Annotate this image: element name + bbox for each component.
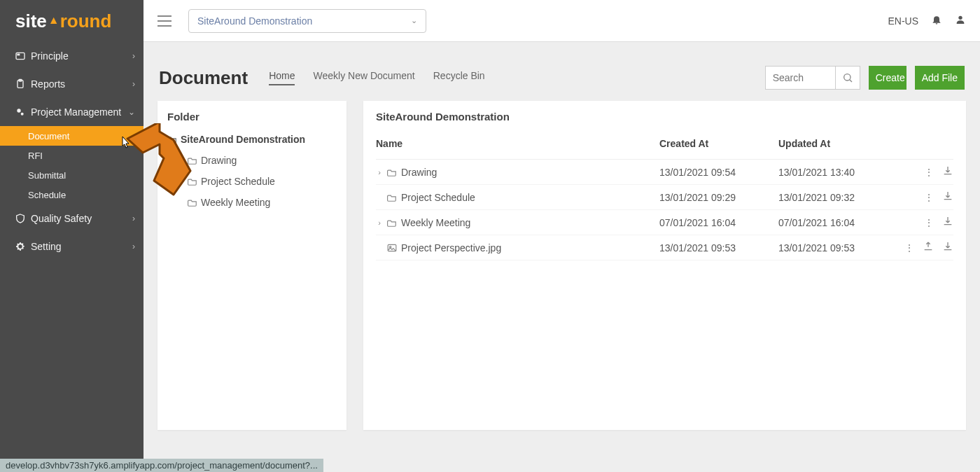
- sidebar-item-setting[interactable]: Setting ›: [0, 232, 144, 261]
- chevron-right-icon: ›: [132, 79, 135, 89]
- add-file-button[interactable]: Add File: [915, 66, 965, 90]
- sidebar-item-project-management[interactable]: Project Management ⌄: [0, 98, 144, 126]
- sidebar-subitem-label: Document: [28, 131, 69, 141]
- tab-weekly-new-document[interactable]: Weekly New Document: [313, 70, 414, 85]
- table-header: Name Created At Updated At: [376, 131, 953, 160]
- svg-line-8: [849, 80, 851, 82]
- chevron-right-icon: ›: [132, 214, 135, 223]
- svg-point-6: [958, 16, 962, 20]
- user-icon[interactable]: [955, 14, 966, 27]
- tree-item-label: Project Schedule: [201, 176, 275, 187]
- sidebar-subitem-label: RFI: [28, 151, 43, 161]
- sidebar: site▲round Principle › Reports › Project…: [0, 0, 144, 472]
- table-row[interactable]: Project Perspective.jpg13/01/2021 09:531…: [376, 235, 953, 261]
- sidebar-item-label: Quality Safety: [28, 213, 132, 224]
- tab-label: Home: [269, 70, 295, 81]
- sidebar-item-label: Setting: [28, 241, 132, 252]
- chevron-right-icon: ›: [132, 242, 135, 251]
- topbar: SiteAround Demonstration ⌄ EN-US: [144, 0, 980, 42]
- tab-label: Weekly New Document: [313, 70, 414, 81]
- file-created: 13/01/2021 09:53: [659, 242, 778, 254]
- app-logo: site▲round: [0, 0, 144, 42]
- folder-panel-title: Folder: [167, 111, 337, 123]
- button-label: Add File: [922, 72, 958, 83]
- image-icon: [387, 244, 397, 252]
- folder-panel: Folder SiteAround Demonstration ›Drawing…: [158, 101, 346, 430]
- table-row[interactable]: ›Drawing13/01/2021 09:5413/01/2021 13:40…: [376, 160, 953, 185]
- sidebar-item-principle[interactable]: Principle ›: [0, 42, 144, 70]
- download-icon[interactable]: [942, 216, 953, 229]
- more-icon[interactable]: ⋮: [924, 167, 934, 178]
- tree-item-label: SiteAround Demonstration: [181, 134, 305, 145]
- sidebar-subitem-schedule[interactable]: Schedule: [0, 185, 144, 204]
- svg-rect-1: [18, 54, 20, 55]
- file-updated: 07/01/2021 16:04: [778, 217, 897, 228]
- project-select[interactable]: SiteAround Demonstration ⌄: [188, 9, 426, 33]
- search-input[interactable]: [765, 66, 835, 90]
- sidebar-item-label: Principle: [28, 50, 132, 62]
- sidebar-item-quality-safety[interactable]: Quality Safety ›: [0, 204, 144, 232]
- more-icon[interactable]: ⋮: [904, 242, 914, 254]
- file-name: Project Schedule: [401, 192, 475, 203]
- tree-root-item[interactable]: SiteAround Demonstration: [167, 131, 337, 148]
- file-created: 07/01/2021 16:04: [659, 217, 778, 228]
- sidebar-item-reports[interactable]: Reports ›: [0, 70, 144, 98]
- hamburger-icon[interactable]: [158, 15, 172, 27]
- more-icon[interactable]: ⋮: [924, 192, 934, 203]
- badge-icon: [13, 50, 28, 62]
- file-created: 13/01/2021 09:54: [659, 167, 778, 178]
- logo-triangle-icon: ▲: [47, 14, 60, 29]
- tree-item[interactable]: Weekly Meeting: [177, 194, 337, 211]
- download-icon[interactable]: [942, 165, 953, 179]
- button-label: Create Folder: [876, 72, 906, 83]
- search-box: [765, 66, 860, 90]
- page-header: Document Home Weekly New Document Recycl…: [144, 42, 980, 101]
- sidebar-nav: Principle › Reports › Project Management…: [0, 42, 144, 472]
- table-row[interactable]: ›Weekly Meeting07/01/2021 16:0407/01/202…: [376, 210, 953, 235]
- chevron-right-icon: ›: [376, 168, 383, 176]
- tree-item-label: Weekly Meeting: [201, 197, 270, 208]
- share-icon[interactable]: [923, 241, 934, 254]
- table-row[interactable]: Project Schedule13/01/2021 09:2913/01/20…: [376, 185, 953, 210]
- bell-icon[interactable]: [931, 14, 942, 27]
- project-select-label: SiteAround Demonstration: [197, 15, 411, 27]
- download-icon[interactable]: [942, 241, 953, 254]
- tree-item[interactable]: Project Schedule: [177, 173, 337, 190]
- shield-icon: [13, 213, 28, 224]
- chevron-right-icon: ›: [132, 51, 135, 61]
- sidebar-subitem-submittal[interactable]: Submittal: [0, 165, 144, 185]
- page-title: Document: [159, 67, 248, 89]
- create-folder-button[interactable]: Create Folder: [869, 66, 906, 90]
- folder-icon: [387, 168, 397, 176]
- file-name: Drawing: [401, 167, 437, 178]
- sidebar-subitem-rfi[interactable]: RFI: [0, 146, 144, 165]
- search-button[interactable]: [835, 66, 860, 90]
- page-tabs: Home Weekly New Document Recycle Bin: [269, 70, 485, 85]
- sidebar-subitem-document[interactable]: Document: [0, 126, 144, 146]
- file-created: 13/01/2021 09:29: [659, 192, 778, 203]
- folder-icon: [387, 193, 397, 202]
- main-content: Document Home Weekly New Document Recycl…: [144, 42, 980, 472]
- folder-icon: [188, 198, 197, 207]
- column-header-updated: Updated At: [778, 138, 897, 149]
- folder-icon: [167, 135, 177, 144]
- file-updated: 13/01/2021 09:53: [778, 242, 897, 254]
- chevron-right-icon: ›: [376, 218, 383, 227]
- tab-home[interactable]: Home: [269, 70, 295, 85]
- gears-icon: [13, 106, 28, 118]
- more-icon[interactable]: ⋮: [924, 217, 934, 228]
- logo-text-1: site: [15, 11, 47, 32]
- svg-point-5: [21, 113, 24, 116]
- tab-recycle-bin[interactable]: Recycle Bin: [433, 70, 485, 85]
- sidebar-item-label: Reports: [28, 78, 132, 90]
- sidebar-subitem-label: Submittal: [28, 170, 66, 181]
- download-icon[interactable]: [942, 190, 953, 204]
- tree-item[interactable]: ›Drawing: [177, 152, 337, 169]
- chevron-down-icon: ⌄: [128, 107, 135, 117]
- file-name: Project Perspective.jpg: [401, 242, 501, 254]
- topbar-right: EN-US: [888, 14, 966, 27]
- files-panel: SiteAround Demonstration Name Created At…: [363, 101, 966, 430]
- file-name: Weekly Meeting: [401, 217, 470, 228]
- language-selector[interactable]: EN-US: [888, 15, 918, 27]
- logo-text-2: round: [60, 11, 112, 32]
